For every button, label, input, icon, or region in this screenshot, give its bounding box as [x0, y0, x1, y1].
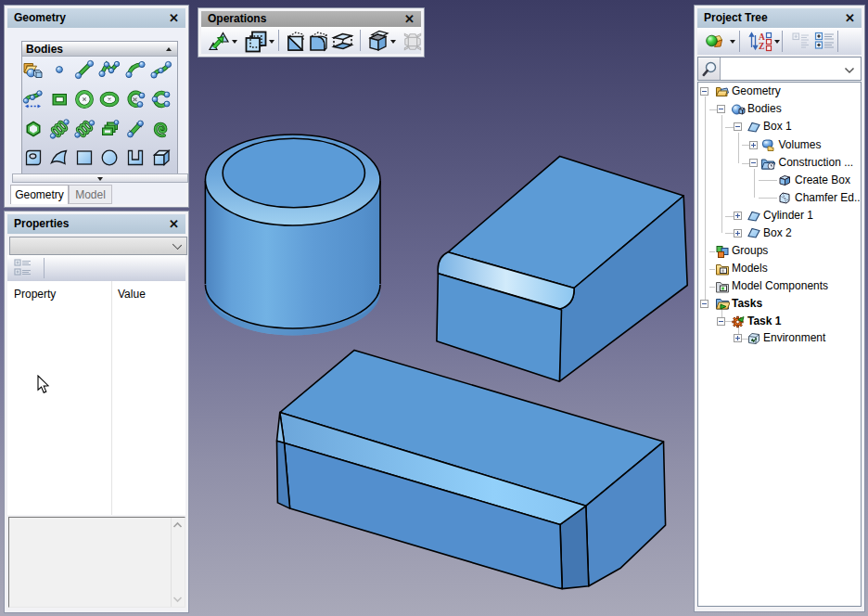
- svg-text:A: A: [759, 32, 765, 42]
- svg-text:Z: Z: [759, 42, 764, 51]
